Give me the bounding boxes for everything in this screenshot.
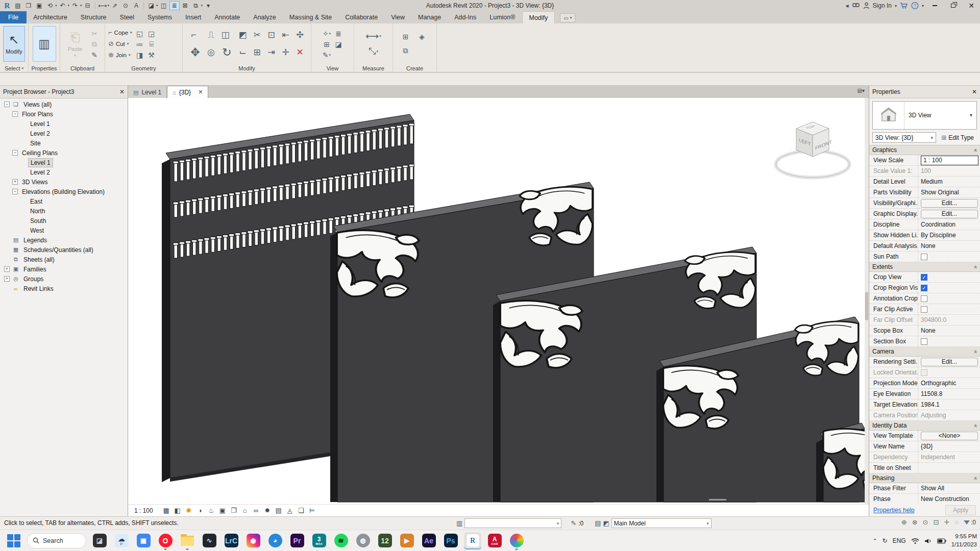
- taskbar-spotify[interactable]: ≋: [332, 532, 350, 549]
- type-selector[interactable]: 3D View ▼: [872, 101, 977, 130]
- select-pinned-elements-icon[interactable]: ⊙: [923, 518, 928, 526]
- ribbon-tab-analyze[interactable]: Analyze: [247, 11, 282, 23]
- section-header-extents[interactable]: Extents«: [869, 262, 980, 272]
- editing-requests-icon[interactable]: ✎: [571, 519, 576, 527]
- tree-item[interactable]: East: [0, 196, 128, 206]
- properties-panel-label[interactable]: Properties: [29, 64, 60, 72]
- create-assembly-icon[interactable]: ◈: [416, 31, 428, 42]
- taskbar-3ds-max[interactable]: 3MAX: [310, 532, 328, 549]
- pin-icon[interactable]: ✛: [279, 46, 292, 59]
- scale-icon[interactable]: ⊡: [265, 29, 278, 42]
- ribbon-tab-add-ins[interactable]: Add-Ins: [448, 11, 483, 23]
- section-header-graphics[interactable]: Graphics«: [869, 145, 980, 155]
- switch-windows-icon[interactable]: ⧉: [191, 1, 201, 10]
- apply-coping-icon[interactable]: ◱: [134, 28, 145, 39]
- view-tab-list-icon[interactable]: ▤▾: [857, 88, 865, 93]
- ribbon-tab-annotate[interactable]: Annotate: [208, 11, 247, 23]
- reveal-constraints-icon[interactable]: ⊨: [307, 506, 317, 516]
- sync-with-central-icon[interactable]: ⟲: [45, 1, 55, 10]
- text-icon[interactable]: A: [131, 1, 141, 10]
- tree-item-label[interactable]: Site: [28, 139, 43, 147]
- panel-5[interactable]: [816, 423, 865, 502]
- select-panel-label[interactable]: Select▾: [0, 64, 28, 72]
- expand-icon[interactable]: +: [4, 276, 10, 282]
- instance-selector[interactable]: 3D View: {3D}▾: [872, 132, 936, 143]
- tree-item-label[interactable]: Views (all): [21, 101, 54, 109]
- tree-item-label[interactable]: Ceiling Plans: [20, 149, 60, 157]
- model-view[interactable]: TOP LEFT FRONT: [128, 98, 865, 504]
- property-value[interactable]: 11508.8: [918, 389, 980, 399]
- offset-icon[interactable]: ⎍: [205, 29, 218, 42]
- unpin-icon[interactable]: ✣: [293, 29, 307, 42]
- view-visibility-icon[interactable]: ✧▾: [321, 28, 332, 39]
- close-inactive-windows-icon[interactable]: ⊠: [180, 1, 190, 10]
- redo-icon[interactable]: ↷: [70, 1, 80, 10]
- sign-in-caret-icon[interactable]: ▾: [895, 1, 897, 10]
- paint-icon[interactable]: ◨: [134, 49, 145, 61]
- show-rendering-dialog-icon[interactable]: ♨: [206, 506, 216, 516]
- property-edit-button[interactable]: Edit...: [921, 210, 978, 218]
- properties-close-icon[interactable]: ✕: [972, 88, 977, 95]
- taskbar-search-input[interactable]: Search: [27, 533, 86, 548]
- temporary-hide-isolate-icon[interactable]: ∞: [251, 506, 261, 516]
- property-value[interactable]: [918, 463, 980, 473]
- taskbar-after-effects[interactable]: Ae: [420, 532, 437, 549]
- print-icon[interactable]: ⊟: [83, 1, 93, 10]
- tree-item-label[interactable]: Level 2: [28, 130, 52, 138]
- tree-item-label[interactable]: Level 2: [28, 168, 52, 177]
- highlight-displacement-sets-icon[interactable]: ❏: [296, 506, 306, 516]
- taskbar-premiere-pro[interactable]: Pr: [288, 532, 306, 549]
- sun-path-icon[interactable]: ✺: [184, 506, 194, 516]
- default-3d-view-icon[interactable]: ◪: [146, 1, 156, 10]
- ribbon-tab-modify[interactable]: Modify: [522, 11, 555, 23]
- tree-item-label[interactable]: South: [28, 217, 48, 225]
- restore-button[interactable]: [945, 1, 961, 11]
- taskbar-google-earth-pro[interactable]: ◍: [354, 532, 372, 549]
- measure-caret-icon[interactable]: ▾: [108, 4, 110, 8]
- tree-item[interactable]: ▤Legends: [0, 235, 128, 245]
- taskbar-search[interactable]: Search: [27, 532, 86, 549]
- tree-item[interactable]: ⧉Sheets (all): [0, 255, 128, 264]
- property-edit-button[interactable]: Edit...: [921, 358, 978, 366]
- expand-icon[interactable]: +: [4, 266, 10, 272]
- split-face-icon[interactable]: ◲: [146, 28, 157, 39]
- collapse-icon[interactable]: −: [12, 150, 18, 156]
- tree-item-label[interactable]: Legends: [21, 236, 49, 244]
- tree-item[interactable]: Site: [0, 138, 128, 148]
- clock[interactable]: 9:55 PM 1/11/2023: [951, 533, 977, 548]
- user-icon[interactable]: [863, 1, 870, 10]
- project-browser-close-icon[interactable]: ✕: [119, 88, 125, 95]
- tree-item-label[interactable]: Sheets (all): [21, 256, 57, 264]
- property-checkbox[interactable]: [921, 295, 927, 302]
- tree-item[interactable]: −Ceiling Plans: [0, 148, 128, 158]
- tree-item-label[interactable]: North: [28, 207, 47, 215]
- match-type-properties-icon[interactable]: ✎: [89, 49, 100, 61]
- tree-item[interactable]: Level 2: [0, 129, 128, 138]
- property-value[interactable]: New Construction: [918, 494, 980, 504]
- redo-caret-icon[interactable]: ▾: [80, 4, 82, 8]
- cut-geometry-button[interactable]: ⊘Cut▾: [108, 39, 132, 49]
- tree-item-label[interactable]: Families: [21, 265, 48, 273]
- apply-button[interactable]: Apply: [945, 505, 976, 515]
- section-icon[interactable]: ◫: [159, 1, 169, 10]
- reveal-hidden-elements-icon[interactable]: ✹: [262, 506, 273, 516]
- help-caret-icon[interactable]: ▾: [922, 1, 924, 10]
- ribbon-tab-architecture[interactable]: Architecture: [27, 11, 74, 23]
- property-value[interactable]: By Discipline: [918, 230, 980, 240]
- viewcube[interactable]: TOP LEFT FRONT: [776, 122, 849, 178]
- create-parts-icon[interactable]: ⊞: [400, 31, 411, 42]
- tree-item-label[interactable]: Floor Plans: [20, 110, 55, 118]
- tree-item-label[interactable]: 3D Views: [20, 178, 50, 186]
- tree-item[interactable]: Level 1: [0, 158, 128, 167]
- active-only-icon[interactable]: ◩: [603, 519, 609, 527]
- edit-type-button[interactable]: ⊞ Edit Type: [938, 132, 977, 143]
- rotate-icon[interactable]: ↻: [219, 46, 235, 59]
- background-processes-icon[interactable]: ◌: [954, 518, 959, 526]
- aligned-dimension-icon[interactable]: ⇗: [110, 1, 120, 10]
- property-value[interactable]: None: [918, 241, 980, 251]
- property-edit-button[interactable]: Edit...: [921, 199, 978, 208]
- save-icon[interactable]: ▣: [34, 1, 44, 10]
- view-scale-control[interactable]: 1 : 100: [134, 507, 153, 514]
- mirror-draw-axis-icon[interactable]: ◩: [236, 29, 250, 42]
- measure-icon[interactable]: ⟷: [97, 1, 108, 10]
